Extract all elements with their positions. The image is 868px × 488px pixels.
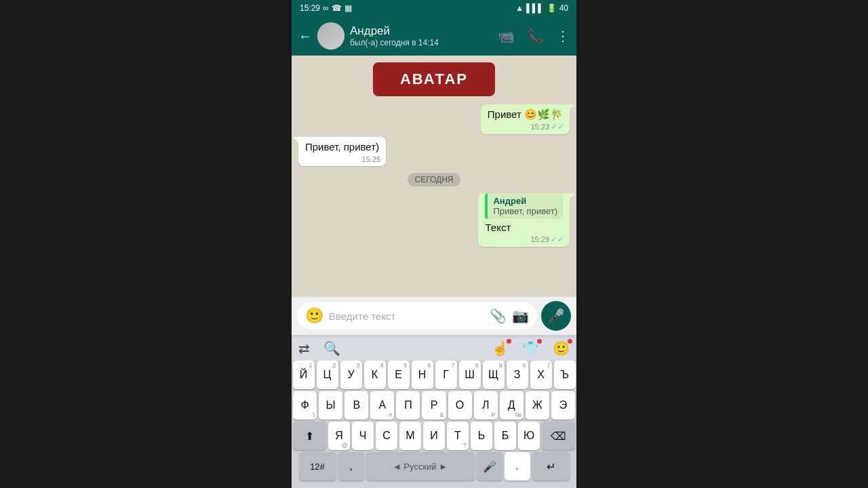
- backspace-key[interactable]: ⌫: [542, 422, 575, 450]
- key-о[interactable]: О: [448, 391, 472, 420]
- key-м[interactable]: М: [399, 422, 421, 450]
- key-н[interactable]: 6Н: [412, 361, 433, 389]
- key-й[interactable]: 1Й: [293, 361, 315, 389]
- key-и[interactable]: И: [423, 422, 445, 450]
- status-time: 15:29: [300, 3, 320, 13]
- keyboard: ⇄ 🔍 ☝ 👕 🙂 1Й 2Ц 3У 4К: [292, 335, 576, 488]
- menu-button[interactable]: ⋮: [556, 28, 570, 44]
- contact-name: Андрей: [350, 24, 492, 38]
- contact-status: был(-а) сегодня в 14:14: [350, 38, 492, 47]
- key-ъ[interactable]: Ъ: [554, 361, 576, 389]
- space-key[interactable]: ◄ Русский ►: [366, 452, 475, 481]
- keyboard-arrows-icon[interactable]: ⇄: [298, 340, 310, 357]
- key-б[interactable]: Б: [494, 422, 516, 450]
- key-д[interactable]: №Д: [500, 391, 524, 420]
- avatar-banner: АВАТАР: [373, 62, 495, 96]
- call-button[interactable]: 📞: [527, 28, 544, 44]
- message-sent-quoted: Андрей Привет, привет) Текст 15:29 ✓✓: [478, 193, 570, 247]
- hand-icon-dot: [507, 339, 511, 344]
- key-ю[interactable]: Ю: [518, 422, 540, 450]
- mic-button[interactable]: 🎤: [541, 301, 571, 331]
- key-ь[interactable]: Ь: [471, 422, 492, 450]
- enter-key[interactable]: ↵: [532, 452, 570, 481]
- key-э[interactable]: Э: [551, 391, 575, 420]
- message-time-2: 15:25: [362, 155, 381, 163]
- key-у[interactable]: 3У: [340, 361, 362, 389]
- camera-button[interactable]: 📷: [512, 308, 529, 324]
- key-т[interactable]: ?Т: [447, 422, 469, 450]
- key-ф[interactable]: \Ф: [293, 391, 317, 420]
- quote-text: Привет, привет): [493, 206, 557, 216]
- key-п[interactable]: П: [396, 391, 420, 420]
- key-л[interactable]: РЛ: [474, 391, 498, 420]
- key-х[interactable]: (Х: [530, 361, 552, 389]
- battery-icon: 🔋: [547, 3, 557, 13]
- key-ч[interactable]: Ч: [352, 422, 374, 450]
- numbers-key[interactable]: 12#: [299, 452, 336, 481]
- emoji-icon-dot: [568, 339, 572, 344]
- sim-icon: ☎: [332, 3, 342, 13]
- status-bar: 15:29 ∞ ☎ ▦ ▲ ▌▌▌ 🔋 40: [292, 0, 576, 16]
- date-text: СЕГОДНЯ: [414, 175, 453, 184]
- contact-info: Андрей был(-а) сегодня в 14:14: [350, 24, 492, 47]
- chat-area: АВАТАР Привет 😊🌿🎋 15:23 ✓✓ Привет, приве…: [292, 56, 576, 297]
- key-я[interactable]: @Я: [328, 422, 350, 450]
- key-к[interactable]: 4К: [364, 361, 386, 389]
- key-ж[interactable]: Ж: [526, 391, 549, 420]
- attach-button[interactable]: 📎: [490, 308, 507, 324]
- key-р[interactable]: &Р: [422, 391, 446, 420]
- input-box: 🙂 Введите текст 📎 📷: [297, 302, 537, 329]
- comma-key[interactable]: ,: [338, 452, 364, 481]
- avatar-banner-text: АВАТАР: [400, 70, 468, 88]
- quote-block: Андрей Привет, привет): [485, 193, 563, 219]
- key-г[interactable]: 7Г: [435, 361, 457, 389]
- header-icons: 📹 📞 ⋮: [498, 28, 570, 44]
- message-text-1: Привет 😊🌿🎋: [488, 108, 563, 120]
- date-separator: СЕГОДНЯ: [408, 173, 460, 186]
- wifi-icon: ▲: [515, 3, 524, 13]
- signal-icon: ▌▌▌: [526, 3, 544, 13]
- keyboard-tool-left: ⇄ 🔍: [298, 340, 340, 357]
- keyboard-row-1: 1Й 2Ц 3У 4К 5Е 6Н 7Г 8Ш 9Щ 0З (Х Ъ: [293, 361, 575, 389]
- read-receipt-3: ✓✓: [551, 235, 564, 244]
- key-в[interactable]: В: [344, 391, 368, 420]
- key-ы[interactable]: Ы: [319, 391, 342, 420]
- infinity-icon: ∞: [323, 3, 329, 13]
- keyboard-row-3: ⬆ @Я Ч С М И ?Т Ь Б Ю ⌫: [293, 422, 575, 450]
- screen-icon: ▦: [344, 3, 352, 13]
- message-input[interactable]: Введите текст: [329, 310, 484, 322]
- shift-key[interactable]: ⬆: [293, 422, 326, 450]
- keyboard-search-icon[interactable]: 🔍: [323, 340, 340, 357]
- key-ш[interactable]: 8Ш: [459, 361, 481, 389]
- keyboard-tshirt-icon[interactable]: 👕: [522, 340, 539, 357]
- input-area: 🙂 Введите текст 📎 📷 🎤: [292, 297, 576, 335]
- read-receipt-1: ✓✓: [551, 122, 564, 131]
- battery-level: 40: [559, 3, 568, 13]
- message-time-3: 15:29 ✓✓: [530, 235, 564, 244]
- key-з[interactable]: 0З: [507, 361, 528, 389]
- period-key[interactable]: .: [505, 452, 530, 481]
- bubble-main-text: Текст: [485, 222, 563, 233]
- quote-author: Андрей: [493, 196, 557, 206]
- phone-screen: 15:29 ∞ ☎ ▦ ▲ ▌▌▌ 🔋 40 ← Андрей был(-а) …: [292, 0, 576, 488]
- status-bar-right: ▲ ▌▌▌ 🔋 40: [515, 3, 568, 13]
- keyboard-row-4: 12# , ◄ Русский ► 🎤 . ↵: [293, 452, 575, 481]
- tshirt-icon-dot: [537, 339, 542, 344]
- key-е[interactable]: 5Е: [388, 361, 410, 389]
- keyboard-tool-right: ☝ 👕 🙂: [492, 340, 570, 357]
- status-bar-left: 15:29 ∞ ☎ ▦: [300, 3, 352, 13]
- message-sent-1: Привет 😊🌿🎋 15:23 ✓✓: [481, 104, 570, 134]
- keyboard-emoji-icon[interactable]: 🙂: [553, 340, 570, 357]
- key-а[interactable]: #А: [370, 391, 394, 420]
- key-щ[interactable]: 9Щ: [483, 361, 505, 389]
- key-ц[interactable]: 2Ц: [317, 361, 338, 389]
- key-с[interactable]: С: [376, 422, 397, 450]
- contact-avatar[interactable]: [317, 22, 344, 49]
- mic-keyboard-button[interactable]: 🎤: [477, 452, 502, 481]
- video-call-button[interactable]: 📹: [498, 28, 515, 44]
- back-button[interactable]: ←: [298, 28, 312, 44]
- keyboard-hand-icon[interactable]: ☝: [492, 340, 509, 357]
- keyboard-row-2: \Ф Ы В #А П &Р О РЛ №Д Ж Э: [293, 391, 575, 420]
- emoji-button[interactable]: 🙂: [305, 307, 323, 325]
- keyboard-toolbar: ⇄ 🔍 ☝ 👕 🙂: [293, 338, 575, 361]
